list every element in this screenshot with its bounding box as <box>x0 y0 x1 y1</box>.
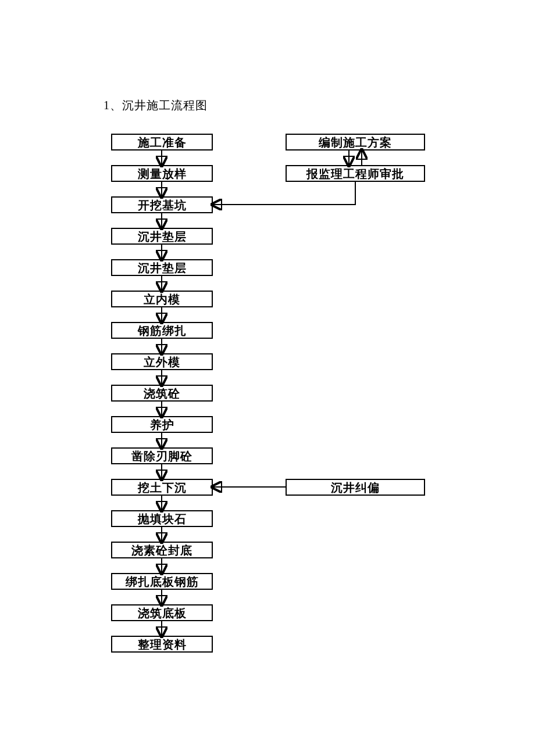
node-n15: 绑扎底板钢筋 <box>111 573 213 590</box>
node-n10: 养护 <box>111 416 213 433</box>
node-n7: 钢筋绑扎 <box>111 322 213 339</box>
node-n2: 测量放样 <box>111 165 213 182</box>
flow-connectors <box>0 0 535 756</box>
node-n14: 浇素砼封底 <box>111 542 213 558</box>
node-n5: 沉井垫层 <box>111 259 213 276</box>
diagram-title: 1、沉井施工流程图 <box>104 98 208 113</box>
node-n6: 立内模 <box>111 291 213 307</box>
node-n12: 挖土下沉 <box>111 479 213 496</box>
node-n1: 施工准备 <box>111 134 213 151</box>
node-n13: 抛填块石 <box>111 510 213 527</box>
node-n3: 开挖基坑 <box>111 196 213 213</box>
node-r2: 报监理工程师审批 <box>286 165 425 182</box>
node-r1: 编制施工方案 <box>286 134 425 151</box>
node-n8: 立外模 <box>111 353 213 370</box>
node-n17: 整理资料 <box>111 636 213 653</box>
node-n9: 浇筑砼 <box>111 385 213 402</box>
node-n16: 浇筑底板 <box>111 604 213 621</box>
page: 1、沉井施工流程图 施工准备 测量放样 开挖基坑 沉井垫层 沉井垫层 立内模 钢… <box>0 0 535 756</box>
node-n4: 沉井垫层 <box>111 228 213 245</box>
node-n11: 凿除刃脚砼 <box>111 447 213 464</box>
node-r3: 沉井纠偏 <box>286 479 425 496</box>
